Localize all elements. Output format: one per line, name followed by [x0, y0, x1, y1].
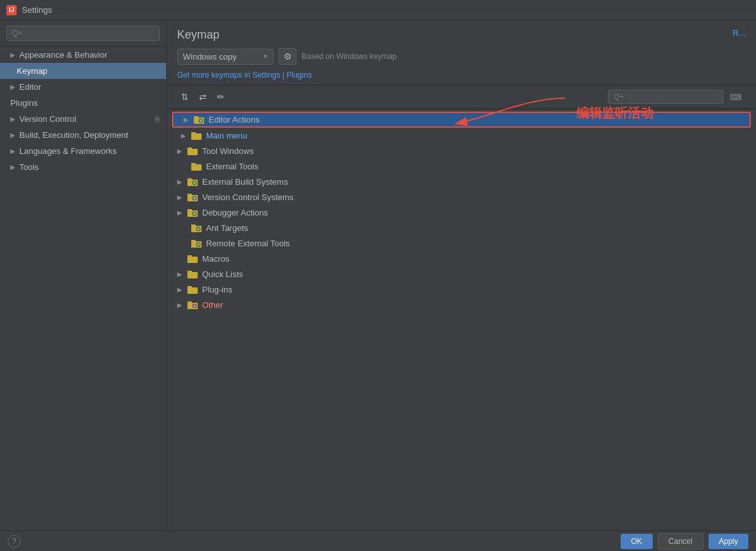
svg-rect-11: [187, 178, 192, 180]
copy-icon: ⎘: [155, 115, 160, 124]
svg-rect-17: [187, 209, 192, 211]
tree-item-debugger-actions[interactable]: ▶ Debugger Actions: [167, 205, 756, 220]
sidebar-search-container: [0, 21, 166, 47]
sidebar-item-build-execution[interactable]: ▶ Build, Execution, Deployment: [0, 127, 166, 143]
svg-rect-32: [187, 301, 192, 303]
sidebar-item-label: Appearance & Behavior: [19, 50, 160, 60]
edit-button[interactable]: ✏: [213, 89, 228, 105]
sidebar: ▶ Appearance & Behavior Keymap ▶ Editor …: [0, 21, 167, 530]
collapse-all-icon: ⇄: [199, 92, 207, 102]
get-keymaps-link[interactable]: Get more keymaps in Settings | Plugins: [177, 71, 312, 80]
expand-arrow-icon: ▶: [177, 271, 186, 278]
folder-icon: [187, 269, 199, 278]
sidebar-item-keymap[interactable]: Keymap: [0, 63, 166, 79]
collapse-all-button[interactable]: ⇄: [195, 89, 210, 105]
other-icon: [187, 300, 199, 309]
arrow-icon: ▶: [10, 164, 15, 171]
tree-item-label: Tool Windows: [202, 146, 253, 156]
expand-arrow-icon: ▶: [181, 132, 190, 139]
arrow-icon: ▶: [10, 83, 15, 90]
ok-button[interactable]: OK: [621, 534, 652, 549]
keymap-hint: Based on Windows keymap: [302, 52, 397, 61]
expand-arrow-icon: ▶: [184, 116, 193, 123]
tree-item-label: Main menu: [206, 131, 247, 140]
tree-item-quick-lists[interactable]: ▶ Quick Lists: [167, 266, 756, 282]
sidebar-item-languages[interactable]: ▶ Languages & Frameworks: [0, 143, 166, 159]
tree-item-macros[interactable]: ▶ Macros: [167, 251, 756, 266]
tree-item-label: Editor Actions: [209, 115, 260, 124]
tree-item-external-build-systems[interactable]: ▶ External Build Systems: [167, 174, 756, 189]
plugin-icon: [191, 223, 203, 232]
svg-point-3: [199, 119, 203, 123]
gear-button[interactable]: ⚙: [279, 48, 296, 65]
tree-item-version-control-systems[interactable]: ▶ Version Control Systems: [167, 189, 756, 205]
keymap-link-row: Get more keymaps in Settings | Plugins: [177, 70, 746, 80]
window-title: Settings: [22, 5, 52, 15]
bottom-buttons: OK Cancel Apply: [621, 533, 748, 550]
help-icon: ?: [12, 537, 17, 546]
expand-arrow-icon: ▶: [177, 286, 186, 293]
svg-rect-6: [187, 149, 198, 155]
sidebar-item-label: Tools: [19, 162, 160, 172]
vcs-icon: [187, 192, 199, 201]
arrow-icon: ▶: [10, 51, 15, 58]
content-area: Keymap R... Windows copy Default Mac OS …: [167, 21, 756, 530]
svg-rect-27: [187, 272, 198, 278]
tree-item-external-tools[interactable]: ▶ External Tools: [167, 158, 756, 174]
sidebar-item-label: Build, Execution, Deployment: [19, 130, 160, 140]
content-header-wrapper: Keymap R... Windows copy Default Mac OS …: [167, 21, 756, 85]
svg-rect-26: [187, 255, 192, 257]
folder-icon: [187, 285, 199, 294]
edit-icon: ✏: [217, 92, 225, 102]
sidebar-item-plugins[interactable]: Plugins: [0, 95, 166, 111]
tree-item-label: Ant Targets: [206, 223, 248, 233]
svg-rect-8: [191, 164, 202, 171]
keymap-dropdown[interactable]: Windows copy Default Mac OS X: [177, 49, 273, 65]
toolbar-left: ⇅ ⇄ ✏: [177, 89, 228, 105]
svg-rect-4: [191, 133, 202, 140]
page-title: Keymap: [177, 28, 219, 42]
sidebar-item-label: Version Control: [19, 114, 155, 124]
sidebar-item-label: Plugins: [10, 98, 160, 108]
plugin-icon: [194, 115, 205, 124]
expand-all-icon: ⇅: [181, 92, 189, 102]
cancel-button[interactable]: Cancel: [658, 533, 703, 550]
arrow-icon: ▶: [10, 148, 15, 155]
tree-item-label: Quick Lists: [202, 269, 243, 279]
app-icon: IJ: [6, 5, 17, 15]
tree-search-input[interactable]: [608, 90, 723, 104]
svg-rect-5: [191, 132, 196, 134]
find-shortcut-button[interactable]: ⌨: [726, 90, 746, 104]
tree-item-editor-actions[interactable]: ▶ Editor Actions: [172, 112, 751, 128]
svg-rect-23: [191, 240, 196, 242]
plugin-icon: [187, 208, 199, 217]
tree-item-label: Remote External Tools: [206, 239, 290, 248]
tree-item-tool-windows[interactable]: ▶ Tool Windows: [167, 143, 756, 158]
tree-item-remote-external-tools[interactable]: ▶ Remote External Tools: [167, 235, 756, 251]
sidebar-item-tools[interactable]: ▶ Tools: [0, 159, 166, 175]
tree-item-other[interactable]: ▶ Other: [167, 297, 756, 312]
tree-item-main-menu[interactable]: ▶ Main menu: [167, 128, 756, 143]
svg-rect-29: [187, 287, 198, 294]
expand-all-button[interactable]: ⇅: [177, 89, 193, 105]
apply-button[interactable]: Apply: [709, 534, 748, 549]
restore-defaults-link[interactable]: R...: [733, 28, 746, 38]
tree-item-label: Plug-ins: [202, 285, 232, 294]
sidebar-item-label: Languages & Frameworks: [19, 146, 160, 156]
keymap-dropdown-wrapper: Windows copy Default Mac OS X: [177, 49, 273, 65]
sidebar-search-input[interactable]: [6, 26, 160, 41]
keymap-controls: Windows copy Default Mac OS X ⚙ Based on…: [177, 48, 746, 65]
svg-point-24: [196, 242, 200, 246]
sidebar-item-appearance[interactable]: ▶ Appearance & Behavior: [0, 47, 166, 63]
bottom-bar: ? OK Cancel Apply: [0, 530, 756, 551]
sidebar-item-label: Editor: [19, 82, 160, 92]
expand-arrow-icon: ▶: [177, 301, 186, 309]
find-shortcut-icon: ⌨: [730, 92, 742, 102]
expand-arrow-icon: ▶: [177, 209, 186, 216]
help-button[interactable]: ?: [8, 535, 21, 548]
tree-item-ant-targets[interactable]: ▶ Ant Targets: [167, 220, 756, 235]
sidebar-item-version-control[interactable]: ▶ Version Control ⎘: [0, 111, 166, 127]
content-header: Keymap R... Windows copy Default Mac OS …: [167, 21, 756, 85]
tree-item-plug-ins[interactable]: ▶ Plug-ins: [167, 282, 756, 297]
sidebar-item-editor[interactable]: ▶ Editor: [0, 79, 166, 95]
